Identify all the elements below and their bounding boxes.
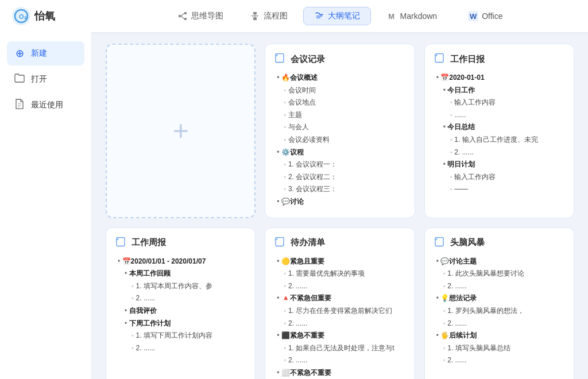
svg-rect-4 [184, 12, 187, 14]
sidebar-item-new[interactable]: ⊕ 新建 [7, 41, 84, 65]
mindmap-icon [177, 11, 188, 21]
logo-area: O₂ 怡氧 [11, 6, 103, 26]
card-todo-icon [274, 237, 286, 249]
office-icon: W [468, 11, 478, 21]
sidebar-item-recent[interactable]: 最近使用 [7, 93, 84, 117]
card-todo-header: 待办清单 [274, 237, 405, 249]
tab-markdown-label: Markdown [400, 11, 438, 21]
logo-icon: O₂ [11, 6, 31, 26]
plus-circle-icon: ⊕ [14, 47, 25, 60]
content-area: + 会议记录 🔥会议概述 会议时间 会议地点 主题 [92, 32, 588, 379]
sidebar: ⊕ 新建 打开 最近使用 [0, 32, 92, 379]
tab-office[interactable]: W Office [457, 7, 513, 25]
svg-line-6 [181, 13, 184, 16]
card-meeting-title: 会议记录 [291, 54, 325, 65]
card-new-inner: + [173, 117, 189, 145]
flowchart-icon [250, 11, 260, 21]
card-daily-content: 📅2020-01-01 今日工作 输入工作内容 ...... 今日总结 1. 输… [434, 72, 564, 196]
tab-markdown[interactable]: M Markdown [376, 7, 448, 25]
folder-icon [14, 74, 25, 85]
card-work-daily[interactable]: 工作日报 📅2020-01-01 今日工作 输入工作内容 ...... 今日总结… [424, 44, 574, 218]
card-brainstorm[interactable]: 头脑风暴 💬讨论主题 1. 此次头脑风暴想要讨论 2. ...... 💡想法记录… [424, 227, 574, 379]
sidebar-item-open[interactable]: 打开 [7, 68, 84, 91]
card-brainstorm-header: 头脑风暴 [434, 237, 564, 249]
main: ⊕ 新建 打开 最近使用 + [0, 32, 588, 379]
card-brainstorm-content: 💬讨论主题 1. 此次头脑风暴想要讨论 2. ...... 💡想法记录 1. 罗… [434, 256, 564, 367]
card-todo-content: 🟡紧急且重要 1. 需要最优先解决的事项 2. ...... 🔺不紧急但重要 1… [274, 256, 405, 379]
card-meeting-content: 🔥会议概述 会议时间 会议地点 主题 与会人 会议必读资料 ⚙️议程 1. 会议… [274, 72, 405, 208]
svg-text:O₂: O₂ [19, 13, 27, 20]
tab-mindmap[interactable]: 思维导图 [167, 7, 234, 25]
card-weekly-title: 工作周报 [131, 237, 166, 248]
tab-flowchart-label: 流程图 [264, 11, 288, 21]
card-weekly-header: 工作周报 [115, 237, 246, 249]
tab-outline[interactable]: 大纲笔记 [303, 7, 371, 25]
svg-rect-3 [179, 15, 181, 17]
card-weekly-content: 📅2020/01/01 - 2020/01/07 本周工作回顾 1. 填写本周工… [115, 256, 246, 355]
card-work-weekly[interactable]: 工作周报 📅2020/01/01 - 2020/01/07 本周工作回顾 1. … [106, 227, 256, 379]
tab-mindmap-label: 思维导图 [191, 11, 223, 21]
sidebar-new-label: 新建 [31, 48, 47, 59]
card-meeting-header: 会议记录 [274, 53, 405, 65]
card-brainstorm-title: 头脑风暴 [450, 237, 485, 248]
card-daily-icon [434, 53, 446, 65]
tab-flowchart[interactable]: 流程图 [239, 7, 299, 25]
card-meeting-icon [274, 53, 286, 65]
svg-line-7 [181, 16, 184, 19]
nav-tabs: 思维导图 流程图 大纲笔记 M Markdown W Office [103, 7, 577, 25]
card-meeting-notes[interactable]: 会议记录 🔥会议概述 会议时间 会议地点 主题 与会人 会议必读资料 ⚙️议程 … [265, 44, 415, 218]
svg-rect-5 [184, 18, 187, 20]
cards-grid: + 会议记录 🔥会议概述 会议时间 会议地点 主题 [106, 44, 574, 379]
card-daily-header: 工作日报 [434, 53, 564, 65]
logo-text: 怡氧 [34, 9, 55, 23]
card-weekly-icon [115, 237, 127, 249]
outline-icon [314, 11, 324, 21]
card-todo-title: 待办清单 [291, 237, 325, 248]
tab-outline-label: 大纲笔记 [328, 11, 360, 21]
tab-office-label: Office [482, 11, 502, 21]
plus-icon: + [173, 117, 189, 145]
document-icon [14, 99, 25, 111]
card-daily-title: 工作日报 [450, 54, 485, 65]
sidebar-open-label: 打开 [31, 74, 47, 84]
header: O₂ 怡氧 思维导图 流程图 大纲笔记 M Markdown [0, 0, 588, 32]
sidebar-recent-label: 最近使用 [31, 100, 63, 110]
svg-rect-9 [253, 18, 257, 20]
card-brainstorm-icon [434, 237, 446, 249]
svg-rect-8 [253, 12, 257, 14]
card-todo[interactable]: 待办清单 🟡紧急且重要 1. 需要最优先解决的事项 2. ...... 🔺不紧急… [265, 227, 415, 379]
card-new-outline[interactable]: + [106, 44, 256, 218]
markdown-icon: M [386, 11, 397, 21]
